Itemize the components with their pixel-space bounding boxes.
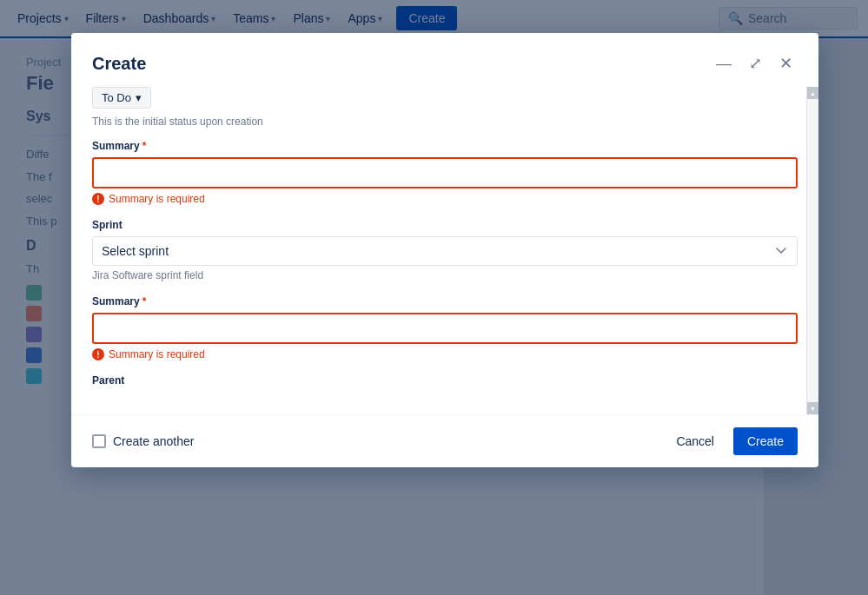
create-button[interactable]: Create [733, 427, 798, 455]
summary1-error-icon: ! [92, 193, 104, 205]
status-badge[interactable]: To Do ▾ [92, 87, 151, 109]
scrollbar-track: ▲ ▼ [806, 87, 818, 414]
create-modal: Create — ⤢ ✕ To Do ▾ This is the initial… [71, 33, 818, 467]
summary2-required-marker: * [142, 295, 147, 307]
modal-body[interactable]: To Do ▾ This is the initial status upon … [71, 87, 818, 414]
sprint-hint: Jira Software sprint field [92, 269, 798, 281]
modal-close-button[interactable]: ✕ [774, 50, 798, 76]
sprint-field-group: Sprint Select sprint Jira Software sprin… [92, 219, 798, 281]
modal-title: Create [92, 54, 146, 74]
summary1-field-group: Summary * ! Summary is required [92, 140, 798, 205]
summary1-error-text: Summary is required [109, 193, 205, 205]
scroll-down-button[interactable]: ▼ [807, 402, 818, 414]
sprint-label: Sprint [92, 219, 798, 231]
footer-right: Cancel Create [664, 427, 798, 455]
summary2-error-icon: ! [92, 348, 104, 360]
parent-label: Parent [92, 374, 798, 387]
sprint-label-text: Sprint [92, 219, 123, 231]
parent-label-text: Parent [92, 374, 124, 387]
summary2-input[interactable] [92, 313, 798, 344]
status-chevron-icon: ▾ [136, 91, 142, 104]
sprint-select[interactable]: Select sprint [92, 236, 798, 266]
modal-minimize-button[interactable]: — [711, 51, 737, 76]
summary1-input[interactable] [92, 157, 798, 188]
status-badge-text: To Do [102, 91, 131, 104]
summary1-label: Summary * [92, 140, 798, 152]
modal-header: Create — ⤢ ✕ [71, 33, 818, 87]
create-another-checkbox[interactable] [92, 434, 106, 448]
summary2-label-text: Summary [92, 295, 140, 307]
summary2-error: ! Summary is required [92, 348, 798, 360]
scroll-up-button[interactable]: ▲ [807, 87, 818, 99]
create-another-text: Create another [113, 434, 194, 448]
create-another-checkbox-label[interactable]: Create another [92, 434, 194, 448]
parent-field-group: Parent [92, 374, 798, 387]
status-row: To Do ▾ [92, 87, 798, 109]
summary2-field-group: Summary * ! Summary is required [92, 295, 798, 360]
modal-footer: Create another Cancel Create [71, 414, 818, 467]
summary1-required-marker: * [142, 140, 147, 152]
summary2-error-text: Summary is required [109, 348, 205, 360]
status-hint: This is the initial status upon creation [92, 116, 798, 128]
summary1-label-text: Summary [92, 140, 140, 152]
footer-left: Create another [92, 434, 194, 448]
summary2-label: Summary * [92, 295, 798, 307]
modal-expand-button[interactable]: ⤢ [744, 50, 767, 76]
modal-header-actions: — ⤢ ✕ [711, 50, 798, 76]
summary1-error: ! Summary is required [92, 193, 798, 205]
cancel-button[interactable]: Cancel [664, 427, 726, 455]
